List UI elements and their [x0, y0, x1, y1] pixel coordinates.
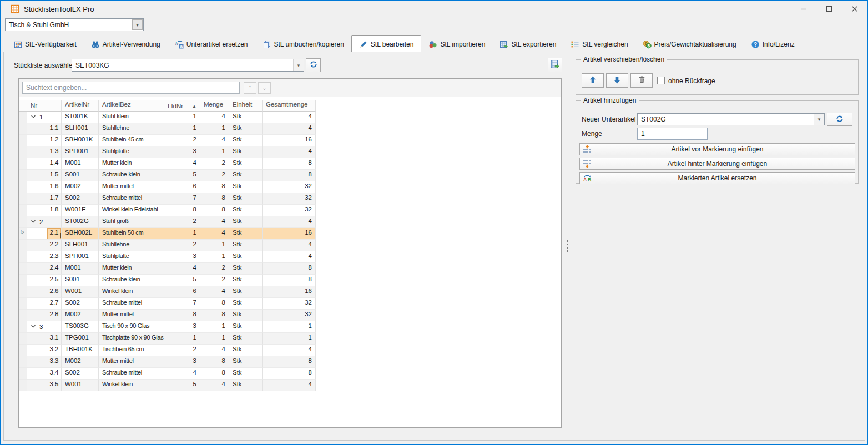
row-indicator-cell[interactable] [19, 123, 27, 135]
cell-artikelnr[interactable]: SPH001 [62, 146, 99, 158]
cell-artikelnr[interactable]: M002 [62, 181, 99, 193]
cell-lfdnr[interactable]: 1 [164, 333, 200, 345]
cell-indent[interactable] [27, 205, 47, 216]
cell-gesamtmenge[interactable]: 8 [263, 158, 316, 170]
minimize-button[interactable] [791, 1, 816, 17]
cell-einheit[interactable]: Stk [229, 345, 263, 356]
cell-artikelbez[interactable]: Schraube klein [99, 170, 164, 181]
tab-stl-umbuchen-kopieren[interactable]: StL umbuchen/kopieren [255, 37, 351, 52]
cell-artikelbez[interactable]: Schraube klein [99, 275, 164, 286]
search-next-button[interactable]: ⌄ [258, 82, 271, 94]
cell-nr[interactable]: 1.3 [47, 146, 62, 158]
cell-gesamtmenge[interactable]: 4 [263, 112, 316, 123]
cell-artikelbez[interactable]: Winkel klein [99, 380, 164, 391]
row-indicator-cell[interactable] [19, 321, 27, 333]
cell-gesamtmenge[interactable]: 4 [263, 146, 316, 158]
cell-nr[interactable]: 2.2 [47, 240, 62, 251]
cell-lfdnr[interactable]: 5 [164, 380, 200, 391]
cell-nr[interactable]: 2.3 [47, 251, 62, 263]
cell-gesamtmenge[interactable]: 8 [263, 356, 316, 368]
cell-artikelbez[interactable]: Stuhlplatte [99, 251, 164, 263]
cell-indent[interactable] [27, 158, 47, 170]
row-indicator-cell[interactable] [19, 170, 27, 181]
cell-lfdnr[interactable]: 2 [164, 135, 200, 146]
cell-einheit[interactable]: Stk [229, 251, 263, 263]
cell-einheit[interactable]: Stk [229, 263, 263, 275]
cell-artikelbez[interactable]: Schraube mittel [99, 368, 164, 380]
table-row[interactable]: 1.3 SPH001 Stuhlplatte 3 1 Stk 4 [19, 146, 316, 158]
close-button[interactable] [842, 1, 867, 17]
replace-button[interactable]: AB Markierten Artikel ersetzen [579, 172, 855, 184]
cell-indent[interactable] [27, 333, 47, 345]
cell-artikelnr[interactable]: M001 [62, 158, 99, 170]
cell-menge[interactable]: 1 [200, 146, 229, 158]
cell-menge[interactable]: 1 [200, 240, 229, 251]
column-header-menge[interactable]: Menge [200, 100, 229, 112]
cell-einheit[interactable]: Stk [229, 205, 263, 216]
cell-gesamtmenge[interactable]: 4 [263, 123, 316, 135]
cell-nr[interactable]: 2.6 [47, 286, 62, 298]
cell-nr-parent[interactable]: 1 [27, 112, 62, 123]
row-indicator-cell[interactable] [19, 263, 27, 275]
row-indicator-cell[interactable] [19, 275, 27, 286]
table-row[interactable]: 3 TS003G Tisch 90 x 90 Glas 3 1 Stk 1 [19, 321, 316, 333]
table-row[interactable]: 3.1 TPG001 Tischplatte 90 x 90 Glas 1 1 … [19, 333, 316, 345]
cell-indent[interactable] [27, 298, 47, 310]
row-indicator-cell[interactable] [19, 158, 27, 170]
cell-gesamtmenge[interactable]: 4 [263, 251, 316, 263]
cell-artikelnr[interactable]: ST001K [62, 112, 99, 123]
cell-indent[interactable] [27, 135, 47, 146]
row-indicator-cell[interactable] [19, 181, 27, 193]
row-indicator-cell[interactable]: ▷ [19, 228, 27, 240]
cell-einheit[interactable]: Stk [229, 298, 263, 310]
cell-artikelnr[interactable]: SBH002L [62, 228, 99, 240]
row-indicator-cell[interactable] [19, 310, 27, 321]
tab-stl-verfügbarkeit[interactable]: StL-Verfügbarkeit [6, 37, 84, 52]
cell-artikelbez[interactable]: Mutter mittel [99, 310, 164, 321]
column-header-artikelbez[interactable]: ArtikelBez [99, 100, 164, 112]
cell-menge[interactable]: 8 [200, 310, 229, 321]
cell-nr[interactable]: 3.1 [47, 333, 62, 345]
cell-gesamtmenge[interactable]: 8 [263, 275, 316, 286]
cell-indent[interactable] [27, 286, 47, 298]
bom-select[interactable]: SET003KG ▾ [72, 59, 304, 72]
insert-after-button[interactable]: Artikel hinter Markierung einfügen [579, 158, 855, 170]
cell-artikelnr[interactable]: M001 [62, 263, 99, 275]
cell-gesamtmenge[interactable]: 4 [263, 216, 316, 228]
table-row[interactable]: 2.6 W001 Winkel klein 6 4 Stk 16 [19, 286, 316, 298]
cell-artikelnr[interactable]: S002 [62, 298, 99, 310]
confirm-checkbox[interactable] [657, 77, 665, 84]
table-row[interactable]: ▷ 2.1 SBH002L Stuhlbein 50 cm 1 4 Stk 16 [19, 228, 316, 240]
row-indicator-cell[interactable] [19, 380, 27, 391]
table-row[interactable]: 1.5 S001 Schraube klein 5 2 Stk 8 [19, 170, 316, 181]
cell-menge[interactable]: 2 [200, 263, 229, 275]
row-indicator-cell[interactable] [19, 251, 27, 263]
cell-indent[interactable] [27, 240, 47, 251]
cell-menge[interactable]: 1 [200, 321, 229, 333]
table-row[interactable]: 2.5 S001 Schraube klein 5 2 Stk 8 [19, 275, 316, 286]
expander-icon[interactable] [31, 219, 36, 225]
tab-info-lizenz[interactable]: ? Info/Lizenz [744, 37, 802, 52]
cell-artikelbez[interactable]: Tisch 90 x 90 Glas [99, 321, 164, 333]
cell-lfdnr[interactable]: 4 [164, 368, 200, 380]
refresh-bom-button[interactable] [306, 58, 321, 72]
insert-before-button[interactable]: Artikel vor Markierung einfügen [579, 143, 855, 155]
cell-menge[interactable]: 1 [200, 251, 229, 263]
table-row[interactable]: 2 ST002G Stuhl groß 2 4 Stk 4 [19, 216, 316, 228]
cell-lfdnr[interactable]: 4 [164, 158, 200, 170]
cell-artikelnr[interactable]: SLH001 [62, 123, 99, 135]
cell-artikelbez[interactable]: Winkel klein Edelstahl [99, 205, 164, 216]
cell-menge[interactable]: 8 [200, 368, 229, 380]
table-row[interactable]: 1.1 SLH001 Stuhllehne 1 1 Stk 4 [19, 123, 316, 135]
cell-artikelbez[interactable]: Stuhllehne [99, 240, 164, 251]
cell-lfdnr[interactable]: 3 [164, 146, 200, 158]
cell-nr[interactable]: 1.4 [47, 158, 62, 170]
cell-einheit[interactable]: Stk [229, 181, 263, 193]
table-row[interactable]: 3.5 W001 Winkel klein 5 4 Stk 4 [19, 380, 316, 391]
cell-einheit[interactable]: Stk [229, 380, 263, 391]
table-row[interactable]: 1.6 M002 Mutter mittel 6 8 Stk 32 [19, 181, 316, 193]
cell-gesamtmenge[interactable]: 32 [263, 310, 316, 321]
cell-menge[interactable]: 4 [200, 380, 229, 391]
chevron-down-icon[interactable]: ▾ [132, 19, 143, 30]
cell-indent[interactable] [27, 380, 47, 391]
